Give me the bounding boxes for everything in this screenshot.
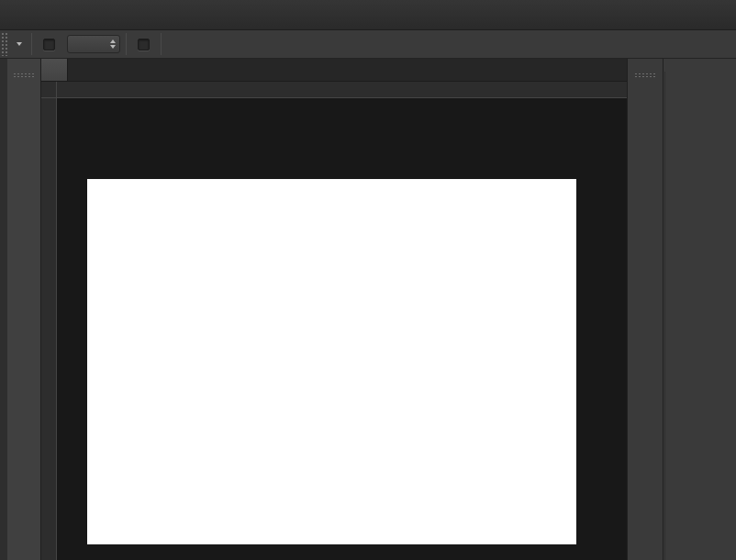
options-bar <box>0 30 736 59</box>
tools-panel-grip <box>13 73 35 78</box>
tools-collapse-button[interactable] <box>7 59 40 72</box>
separator <box>31 33 32 55</box>
vertical-ruler[interactable] <box>41 98 57 560</box>
photoshop-window <box>0 0 736 560</box>
auto-select-checkbox[interactable] <box>43 39 55 50</box>
ruler-corner[interactable] <box>41 82 57 98</box>
current-tool-button[interactable] <box>10 42 26 46</box>
options-bar-grip <box>1 32 8 56</box>
document-tab[interactable] <box>41 59 68 81</box>
separator <box>161 33 162 55</box>
auto-select-dropdown[interactable] <box>67 35 120 53</box>
canvas[interactable] <box>87 179 576 544</box>
panel-dock <box>663 59 736 560</box>
workspace[interactable] <box>57 98 627 560</box>
horizontal-ruler[interactable] <box>57 82 627 98</box>
document-tab-bar <box>41 59 627 82</box>
dropdown-spinner-icon <box>110 39 116 49</box>
vertical-guide[interactable] <box>267 98 268 560</box>
dock-grip <box>634 73 656 78</box>
empty-panel-area <box>664 72 735 560</box>
dock-collapse-button[interactable] <box>628 59 663 72</box>
chevron-down-icon <box>17 42 22 46</box>
tools-panel <box>0 59 41 560</box>
menu-bar <box>0 0 736 30</box>
dock-collapse-button[interactable] <box>664 59 736 72</box>
separator <box>126 33 127 55</box>
show-transform-checkbox[interactable] <box>138 39 150 50</box>
icon-dock <box>627 59 663 560</box>
document-area <box>41 59 627 560</box>
